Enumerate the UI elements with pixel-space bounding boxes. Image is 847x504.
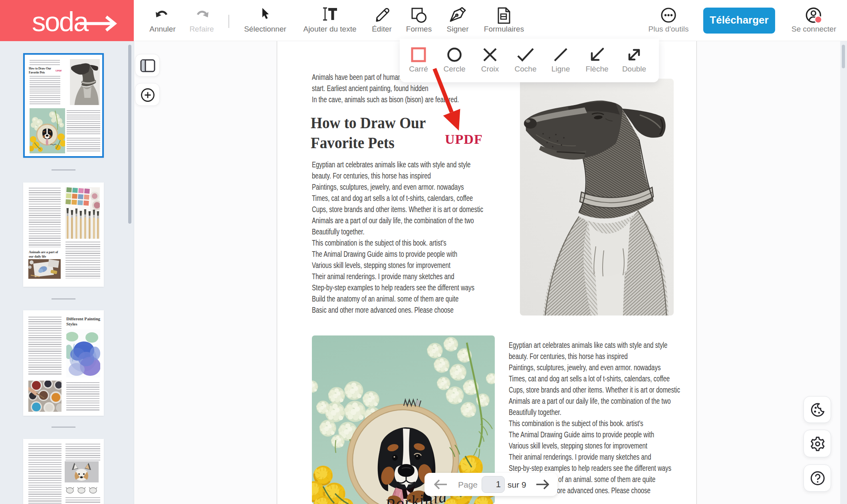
svg-text:soda: soda: [32, 6, 89, 37]
